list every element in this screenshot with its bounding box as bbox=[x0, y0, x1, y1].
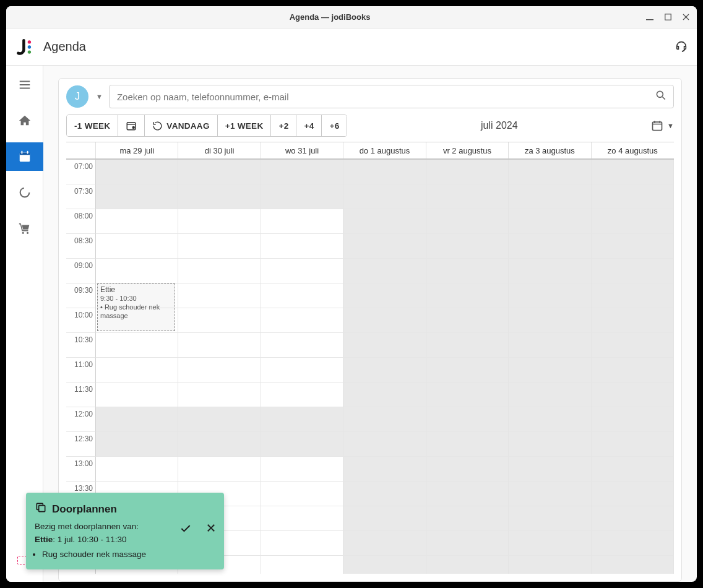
calendar-cell[interactable] bbox=[343, 160, 426, 184]
calendar-cell[interactable] bbox=[426, 234, 509, 259]
calendar-cell[interactable] bbox=[426, 482, 509, 506]
toast-cancel-button[interactable] bbox=[205, 522, 217, 538]
calendar-cell[interactable] bbox=[509, 308, 591, 333]
calendar-cell[interactable] bbox=[96, 259, 178, 283]
calendar-cell[interactable] bbox=[96, 407, 178, 432]
calendar-cell[interactable] bbox=[178, 160, 261, 184]
calendar-cell[interactable] bbox=[96, 333, 178, 358]
calendar-cell[interactable] bbox=[178, 457, 261, 482]
calendar-cell[interactable] bbox=[261, 432, 343, 457]
view-mode-button[interactable]: ▼ bbox=[651, 119, 674, 132]
calendar-cell[interactable] bbox=[509, 234, 591, 259]
calendar-cell[interactable] bbox=[592, 184, 674, 209]
progress-icon[interactable] bbox=[6, 178, 43, 207]
calendar-cell[interactable] bbox=[261, 457, 343, 482]
calendar-cell[interactable] bbox=[509, 556, 591, 574]
calendar-cell[interactable] bbox=[178, 184, 261, 209]
calendar-cell[interactable] bbox=[509, 531, 591, 556]
calendar-cell[interactable] bbox=[426, 506, 509, 531]
calendar-cell[interactable] bbox=[592, 209, 674, 234]
calendar-cell[interactable] bbox=[261, 308, 343, 333]
calendar-cell[interactable] bbox=[261, 358, 343, 383]
calendar-cell[interactable] bbox=[426, 383, 509, 407]
calendar-cell[interactable] bbox=[426, 531, 509, 556]
calendar-cell[interactable] bbox=[592, 383, 674, 407]
calendar-cell[interactable] bbox=[178, 234, 261, 259]
today-button[interactable]: VANDAAG bbox=[145, 115, 217, 136]
calendar-cell[interactable] bbox=[261, 407, 343, 432]
support-icon[interactable] bbox=[675, 39, 688, 55]
calendar-icon[interactable] bbox=[6, 142, 43, 171]
calendar-cell[interactable] bbox=[343, 482, 426, 506]
calendar-cell[interactable] bbox=[343, 531, 426, 556]
calendar-cell[interactable] bbox=[178, 308, 261, 333]
calendar-cell[interactable] bbox=[592, 283, 674, 308]
calendar-cell[interactable] bbox=[343, 383, 426, 407]
calendar-cell[interactable] bbox=[592, 432, 674, 457]
plus4-button[interactable]: +4 bbox=[296, 115, 322, 136]
hamburger-menu-icon[interactable] bbox=[6, 71, 43, 99]
calendar-cell[interactable] bbox=[592, 407, 674, 432]
calendar-cell[interactable] bbox=[96, 383, 178, 407]
calendar-cell[interactable] bbox=[509, 283, 591, 308]
calendar-cell[interactable] bbox=[178, 432, 261, 457]
calendar-cell[interactable] bbox=[343, 259, 426, 283]
calendar-cell[interactable] bbox=[178, 209, 261, 234]
calendar-cell[interactable] bbox=[592, 160, 674, 184]
calendar-cell[interactable] bbox=[592, 259, 674, 283]
calendar-cell[interactable] bbox=[96, 358, 178, 383]
calendar-cell[interactable] bbox=[261, 259, 343, 283]
calendar-cell[interactable] bbox=[509, 184, 591, 209]
calendar-cell[interactable] bbox=[343, 209, 426, 234]
calendar-cell[interactable] bbox=[426, 407, 509, 432]
search-input[interactable] bbox=[116, 91, 655, 103]
calendar-cell[interactable] bbox=[343, 556, 426, 574]
calendar-cell[interactable] bbox=[509, 506, 591, 531]
calendar-cell[interactable] bbox=[261, 283, 343, 308]
calendar-cell[interactable] bbox=[261, 506, 343, 531]
calendar-cell[interactable] bbox=[261, 333, 343, 358]
search-icon[interactable] bbox=[655, 89, 667, 104]
calendar-cell[interactable] bbox=[592, 457, 674, 482]
calendar-cell[interactable] bbox=[592, 531, 674, 556]
next-week-button[interactable]: +1 WEEK bbox=[218, 115, 272, 136]
close-button[interactable] bbox=[683, 13, 689, 22]
calendar-cell[interactable] bbox=[509, 333, 591, 358]
calendar-cell[interactable] bbox=[343, 506, 426, 531]
prev-week-button[interactable]: -1 WEEK bbox=[67, 115, 118, 136]
calendar-cell[interactable] bbox=[343, 457, 426, 482]
calendar-cell[interactable] bbox=[426, 358, 509, 383]
calendar-cell[interactable] bbox=[426, 457, 509, 482]
calendar-cell[interactable] bbox=[343, 358, 426, 383]
calendar-cell[interactable] bbox=[592, 556, 674, 574]
cart-icon[interactable] bbox=[6, 214, 43, 243]
calendar-cell[interactable] bbox=[261, 209, 343, 234]
calendar-cell[interactable] bbox=[509, 383, 591, 407]
calendar-cell[interactable] bbox=[426, 283, 509, 308]
drag-event-ghost[interactable]: Ettie 9:30 - 10:30 • Rug schouder nek ma… bbox=[97, 283, 175, 331]
plus6-button[interactable]: +6 bbox=[322, 115, 347, 136]
calendar-cell[interactable] bbox=[343, 283, 426, 308]
plus2-button[interactable]: +2 bbox=[271, 115, 296, 136]
calendar-cell[interactable] bbox=[426, 308, 509, 333]
calendar-cell[interactable] bbox=[96, 234, 178, 259]
calendar-cell[interactable] bbox=[261, 160, 343, 184]
calendar-cell[interactable] bbox=[509, 432, 591, 457]
calendar-cell[interactable] bbox=[343, 333, 426, 358]
calendar-cell[interactable] bbox=[96, 209, 178, 234]
calendar-cell[interactable] bbox=[592, 506, 674, 531]
calendar-cell[interactable] bbox=[509, 209, 591, 234]
calendar-cell[interactable] bbox=[178, 358, 261, 383]
calendar-cell[interactable] bbox=[178, 333, 261, 358]
calendar-cell[interactable] bbox=[426, 333, 509, 358]
calendar-cell[interactable] bbox=[261, 531, 343, 556]
maximize-button[interactable] bbox=[665, 13, 671, 22]
calendar-cell[interactable] bbox=[178, 259, 261, 283]
search-field[interactable] bbox=[109, 85, 674, 108]
calendar-cell[interactable] bbox=[343, 407, 426, 432]
calendar-cell[interactable] bbox=[426, 259, 509, 283]
calendar-cell[interactable] bbox=[343, 308, 426, 333]
calendar-cell[interactable] bbox=[261, 234, 343, 259]
calendar-cell[interactable] bbox=[261, 383, 343, 407]
calendar-cell[interactable] bbox=[96, 184, 178, 209]
